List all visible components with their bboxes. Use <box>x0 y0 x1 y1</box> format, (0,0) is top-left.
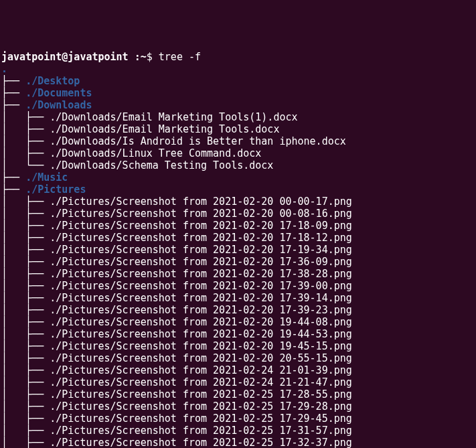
tree-entry: │ ├── ./Pictures/Screenshot from 2021-02… <box>1 208 475 220</box>
tree-entry: │ ├── ./Pictures/Screenshot from 2021-02… <box>1 328 475 340</box>
terminal-output: javatpoint@javatpoint :~$ tree -f.├── ./… <box>1 51 475 448</box>
tree-branch-connector: │ ├── <box>1 376 50 388</box>
tree-branch-connector: ├── <box>1 87 25 99</box>
directory-name: ./Downloads <box>25 99 92 111</box>
tree-branch-connector: │ ├── <box>1 292 50 304</box>
tree-entry: │ ├── ./Pictures/Screenshot from 2021-02… <box>1 256 475 268</box>
file-name: ./Pictures/Screenshot from 2021-02-25 17… <box>50 400 352 413</box>
tree-entry: │ ├── ./Pictures/Screenshot from 2021-02… <box>1 244 475 256</box>
prompt-symbol: $ <box>147 51 153 63</box>
tree-branch-connector: │ ├── <box>1 232 50 244</box>
tree-entry: │ ├── ./Pictures/Screenshot from 2021-02… <box>1 292 475 304</box>
tree-branch-connector: │ ├── <box>1 111 50 123</box>
tree-branch-connector: ├── <box>1 99 25 111</box>
tree-branch-connector: │ ├── <box>1 220 50 232</box>
tree-branch-connector: │ ├── <box>1 413 50 425</box>
file-name: ./Pictures/Screenshot from 2021-02-24 21… <box>50 376 352 388</box>
tree-branch-connector: ├── <box>1 171 25 183</box>
file-name: ./Pictures/Screenshot from 2021-02-20 17… <box>50 256 352 268</box>
file-name: ./Pictures/Screenshot from 2021-02-25 17… <box>50 425 352 437</box>
file-name: ./Downloads/Email Marketing Tools.docx <box>50 123 279 135</box>
tree-branch-connector: │ ├── <box>1 304 50 316</box>
file-name: ./Pictures/Screenshot from 2021-02-20 17… <box>50 232 352 244</box>
directory-name: ./Desktop <box>25 75 80 87</box>
file-name: ./Downloads/Linux Tree Command.docx <box>50 147 261 159</box>
file-name: ./Pictures/Screenshot from 2021-02-20 17… <box>50 304 352 316</box>
tree-branch-connector: │ ├── <box>1 147 50 159</box>
tree-branch-connector: │ ├── <box>1 352 50 364</box>
tree-entry: │ ├── ./Downloads/Is Android is Better t… <box>1 135 475 147</box>
tree-entry: │ ├── ./Pictures/Screenshot from 2021-02… <box>1 316 475 328</box>
file-name: ./Pictures/Screenshot from 2021-02-25 17… <box>50 388 352 400</box>
file-name: ./Pictures/Screenshot from 2021-02-20 17… <box>50 244 352 256</box>
prompt-line: javatpoint@javatpoint :~$ tree -f <box>1 51 475 63</box>
tree-entry: │ ├── ./Pictures/Screenshot from 2021-02… <box>1 220 475 232</box>
file-name: ./Downloads/Is Android is Better than ip… <box>50 135 346 147</box>
tree-entry: │ ├── ./Pictures/Screenshot from 2021-02… <box>1 352 475 364</box>
tree-entry: ├── ./Downloads <box>1 99 475 111</box>
file-name: ./Pictures/Screenshot from 2021-02-20 17… <box>50 280 352 292</box>
tree-branch-connector: │ ├── <box>1 388 50 400</box>
file-name: ./Pictures/Screenshot from 2021-02-20 17… <box>50 220 352 232</box>
file-name: ./Pictures/Screenshot from 2021-02-20 20… <box>50 352 352 364</box>
tree-entry: │ ├── ./Pictures/Screenshot from 2021-02… <box>1 413 475 425</box>
tree-entry: │ ├── ./Pictures/Screenshot from 2021-02… <box>1 376 475 388</box>
file-name: ./Pictures/Screenshot from 2021-02-24 21… <box>50 364 352 376</box>
tree-entry: │ ├── ./Pictures/Screenshot from 2021-02… <box>1 425 475 437</box>
tree-branch-connector: │ ├── <box>1 196 50 208</box>
tree-branch-connector: │ ├── <box>1 123 50 135</box>
tree-branch-connector: │ ├── <box>1 135 50 147</box>
file-name: ./Downloads/Schema Testing Tools.docx <box>50 159 273 171</box>
tree-entry: │ └── ./Downloads/Schema Testing Tools.d… <box>1 159 475 171</box>
prompt-separator: : <box>129 51 141 63</box>
tree-entry: │ ├── ./Pictures/Screenshot from 2021-02… <box>1 268 475 280</box>
tree-branch-connector: ├── <box>1 183 25 196</box>
tree-branch-connector: │ ├── <box>1 280 50 292</box>
tree-root: . <box>1 63 475 75</box>
tree-entry: │ ├── ./Pictures/Screenshot from 2021-02… <box>1 232 475 244</box>
tree-entry: ├── ./Desktop <box>1 75 475 87</box>
tree-entry: │ ├── ./Pictures/Screenshot from 2021-02… <box>1 388 475 400</box>
file-name: ./Pictures/Screenshot from 2021-02-25 17… <box>50 413 352 425</box>
file-name: ./Pictures/Screenshot from 2021-02-20 17… <box>50 268 352 280</box>
prompt-userhost: javatpoint@javatpoint <box>1 51 129 63</box>
file-name: ./Pictures/Screenshot from 2021-02-20 17… <box>50 292 352 304</box>
file-name: ./Pictures/Screenshot from 2021-02-20 19… <box>50 316 352 328</box>
tree-branch-connector: │ ├── <box>1 437 50 448</box>
tree-branch-connector: │ ├── <box>1 340 50 352</box>
tree-branch-connector: │ ├── <box>1 256 50 268</box>
directory-name: ./Documents <box>25 87 92 99</box>
tree-entry: │ ├── ./Pictures/Screenshot from 2021-02… <box>1 364 475 376</box>
tree-entry: │ ├── ./Pictures/Screenshot from 2021-02… <box>1 196 475 208</box>
prompt-path: ~ <box>141 51 147 63</box>
tree-branch-connector: │ ├── <box>1 316 50 328</box>
tree-entry: │ ├── ./Downloads/Email Marketing Tools(… <box>1 111 475 123</box>
tree-branch-connector: │ ├── <box>1 364 50 376</box>
file-name: ./Pictures/Screenshot from 2021-02-20 19… <box>50 340 352 352</box>
directory-name: ./Music <box>25 171 68 183</box>
tree-entry: │ ├── ./Pictures/Screenshot from 2021-02… <box>1 280 475 292</box>
tree-branch-connector: │ └── <box>1 159 50 171</box>
tree-branch-connector: │ ├── <box>1 400 50 413</box>
tree-entry: │ ├── ./Pictures/Screenshot from 2021-02… <box>1 437 475 448</box>
tree-entry: │ ├── ./Pictures/Screenshot from 2021-02… <box>1 304 475 316</box>
tree-listing: ├── ./Desktop├── ./Documents├── ./Downlo… <box>1 75 475 448</box>
file-name: ./Pictures/Screenshot from 2021-02-20 00… <box>50 208 352 220</box>
tree-branch-connector: │ ├── <box>1 328 50 340</box>
file-name: ./Pictures/Screenshot from 2021-02-25 17… <box>50 437 352 448</box>
tree-branch-connector: │ ├── <box>1 268 50 280</box>
tree-entry: ├── ./Pictures <box>1 183 475 196</box>
command-text[interactable]: tree -f <box>159 51 201 63</box>
tree-branch-connector: │ ├── <box>1 425 50 437</box>
tree-entry: ├── ./Music <box>1 171 475 183</box>
tree-branch-connector: ├── <box>1 75 25 87</box>
tree-entry: ├── ./Documents <box>1 87 475 99</box>
tree-entry: │ ├── ./Downloads/Linux Tree Command.doc… <box>1 147 475 159</box>
tree-branch-connector: │ ├── <box>1 208 50 220</box>
file-name: ./Pictures/Screenshot from 2021-02-20 00… <box>50 196 352 208</box>
tree-entry: │ ├── ./Downloads/Email Marketing Tools.… <box>1 123 475 135</box>
tree-entry: │ ├── ./Pictures/Screenshot from 2021-02… <box>1 340 475 352</box>
tree-entry: │ ├── ./Pictures/Screenshot from 2021-02… <box>1 400 475 413</box>
tree-branch-connector: │ ├── <box>1 244 50 256</box>
file-name: ./Downloads/Email Marketing Tools(1).doc… <box>50 111 297 123</box>
